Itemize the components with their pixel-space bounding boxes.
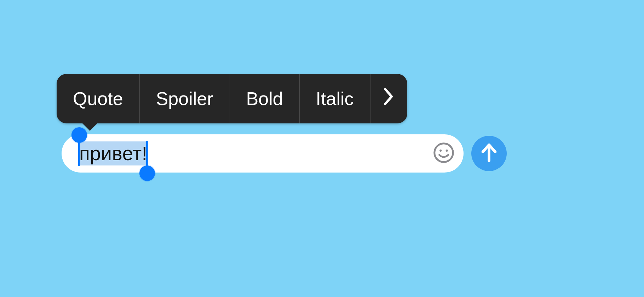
selection-handle-start[interactable] bbox=[71, 127, 87, 143]
message-input-row: привет! bbox=[62, 134, 507, 173]
format-quote[interactable]: Quote bbox=[57, 74, 140, 123]
format-more-button[interactable] bbox=[370, 74, 407, 123]
emoji-button[interactable] bbox=[431, 141, 456, 166]
smile-icon bbox=[433, 142, 454, 165]
format-spoiler[interactable]: Spoiler bbox=[140, 74, 230, 123]
svg-point-1 bbox=[439, 150, 442, 152]
format-bold-label: Bold bbox=[246, 88, 283, 109]
selection-handle-end[interactable] bbox=[139, 165, 155, 181]
format-quote-label: Quote bbox=[73, 88, 123, 109]
format-italic[interactable]: Italic bbox=[300, 74, 370, 123]
message-input[interactable]: привет! bbox=[62, 134, 464, 173]
arrow-up-icon bbox=[480, 142, 498, 165]
svg-point-0 bbox=[435, 144, 453, 162]
send-button[interactable] bbox=[471, 136, 507, 171]
format-italic-label: Italic bbox=[316, 88, 354, 109]
svg-point-2 bbox=[446, 150, 448, 152]
message-input-text-wrap: привет! bbox=[79, 134, 431, 173]
message-input-text: привет! bbox=[79, 142, 147, 165]
text-format-context-menu: Quote Spoiler Bold Italic bbox=[57, 74, 407, 123]
format-spoiler-label: Spoiler bbox=[156, 88, 213, 109]
format-bold[interactable]: Bold bbox=[230, 74, 300, 123]
chevron-right-icon bbox=[383, 87, 395, 110]
